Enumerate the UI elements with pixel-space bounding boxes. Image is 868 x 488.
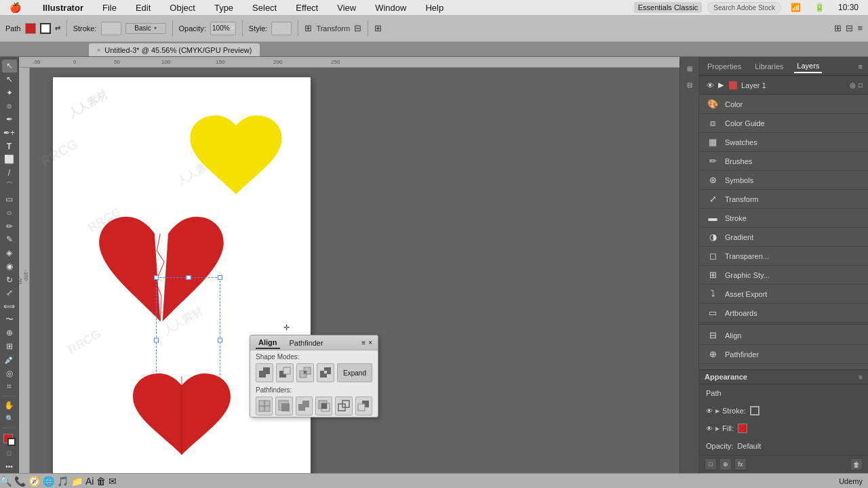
pf-close[interactable]: × [368, 339, 372, 346]
intersect-btn[interactable] [296, 363, 314, 382]
dock-trash[interactable]: 🗑 [96, 476, 106, 487]
transform-panel[interactable]: ⤢ Transform [699, 190, 868, 209]
stroke-style-dropdown[interactable]: Basic ▾ [125, 23, 166, 34]
panels-toggle[interactable]: ⊞ [682, 61, 697, 76]
width-tool[interactable]: ⟺ [2, 300, 17, 313]
panels-toggle2[interactable]: ⊟ [682, 77, 697, 92]
selection-tool[interactable]: ↖ [2, 60, 17, 73]
transparency-panel[interactable]: ◻ Transparen... [699, 247, 868, 266]
exclude-btn[interactable] [317, 363, 334, 382]
align-panel[interactable]: ⊟ Align [699, 326, 868, 345]
trim-btn[interactable] [275, 396, 292, 415]
appearance-fx[interactable]: fx [734, 458, 747, 470]
pathfinder-tab[interactable]: Pathfinder [287, 338, 326, 348]
apple-menu[interactable]: 🍎 [5, 1, 25, 14]
menu-object[interactable]: Object [165, 1, 199, 14]
graphic-style-panel[interactable]: ⊞ Graphic Sty... [699, 266, 868, 285]
menu-effect[interactable]: Effect [292, 1, 322, 14]
outline-btn[interactable] [335, 396, 352, 415]
arrange-icon[interactable]: ⊟ [354, 23, 361, 33]
stroke-icon[interactable] [40, 23, 51, 34]
tab-libraries[interactable]: Libraries [752, 60, 786, 73]
asset-export-panel[interactable]: ⤵ Asset Export [699, 285, 868, 304]
merge-btn[interactable] [296, 396, 313, 415]
minus-front-btn[interactable] [276, 363, 294, 382]
dock-music[interactable]: 🎵 [57, 476, 68, 487]
stroke-indicator[interactable] [7, 438, 16, 446]
appearance-menu[interactable]: ≡ [859, 373, 863, 381]
arrange-icon2[interactable]: ⊞ [834, 23, 842, 33]
menu-illustrator[interactable]: Illustrator [39, 1, 87, 14]
transform-icon[interactable]: Transform [316, 24, 350, 33]
minus-back-btn[interactable] [355, 396, 372, 415]
tab-layers[interactable]: Layers [794, 60, 822, 73]
live-paint-tool[interactable]: ⊞ [2, 340, 17, 353]
hand-tool[interactable]: ✋ [2, 399, 17, 411]
dock-files[interactable]: 📁 [71, 476, 83, 487]
menu-file[interactable]: File [98, 1, 121, 14]
magic-wand-tool[interactable]: ✦ [2, 86, 17, 99]
expand-btn[interactable]: Expand [337, 363, 372, 382]
lasso-tool[interactable]: ⌾ [2, 100, 17, 113]
dock-illustrator[interactable]: Ai [85, 476, 94, 487]
pencil-tool[interactable]: ✎ [2, 233, 17, 246]
swatches-panel[interactable]: ▦ Swatches [699, 133, 868, 152]
menu-select[interactable]: Select [248, 1, 281, 14]
eye-icon[interactable]: 👁 [705, 80, 715, 91]
pf-panel-menu[interactable]: ≡ [361, 339, 366, 346]
workspace-selector[interactable]: Essentials Classic [634, 2, 703, 13]
tab-properties[interactable]: Properties [705, 60, 744, 73]
right-panel-menu[interactable]: ≡ [859, 62, 863, 70]
appearance-duplicate[interactable]: ⊕ [719, 458, 732, 470]
symbols-panel[interactable]: ⊛ Symbols [699, 171, 868, 190]
eye-stroke[interactable]: 👁 [706, 407, 713, 415]
appearance-stroke-row[interactable]: 👁 ▶ Stroke: [699, 402, 868, 420]
fill-swatch-app[interactable] [738, 424, 747, 433]
menu-icon[interactable]: ≡ [857, 23, 863, 33]
dock-mail[interactable]: ✉ [108, 476, 117, 487]
scale-tool[interactable]: ⤢ [2, 287, 17, 300]
paintbrush-tool[interactable]: ✏ [2, 220, 17, 232]
red-small-heart[interactable] [127, 369, 236, 470]
dock-chrome[interactable]: 🌐 [43, 476, 54, 487]
direct-select-tool[interactable]: ↖ [2, 73, 17, 86]
swap-icon[interactable]: ⇄ [55, 24, 60, 32]
menu-help[interactable]: Help [421, 1, 448, 14]
fill-swatch[interactable] [25, 23, 36, 34]
canvas-area[interactable]: -50 0 50 100 150 200 250 -100 -50 0 50 1… [19, 57, 679, 473]
handle-ml[interactable] [154, 338, 159, 342]
blend-tool[interactable]: ◎ [2, 367, 17, 380]
menu-view[interactable]: View [333, 1, 360, 14]
appearance-fill-row[interactable]: 👁 ▶ Fill: [699, 420, 868, 437]
rect-tool[interactable]: ▭ [2, 193, 17, 206]
layer-expand-arrow[interactable]: ▶ [718, 81, 726, 89]
crop-btn[interactable] [315, 396, 332, 415]
screen-mode[interactable]: □ [2, 447, 17, 460]
unite-btn[interactable] [256, 363, 273, 382]
stroke-swatch[interactable] [750, 406, 760, 415]
stroke-value-input[interactable] [101, 22, 121, 35]
eyedropper-tool[interactable]: 💉 [2, 353, 17, 366]
yellow-heart[interactable] [185, 111, 287, 206]
eye-fill[interactable]: 👁 [706, 425, 713, 432]
align-tab[interactable]: Align [256, 337, 280, 349]
divide-btn[interactable] [256, 396, 273, 415]
layer-lock-icon[interactable]: □ [859, 81, 863, 89]
arc-tool[interactable]: ⌒ [2, 180, 17, 192]
color-panel[interactable]: 🎨 Color [699, 95, 868, 114]
slice-tool[interactable]: ⌗ [2, 380, 17, 393]
handle-mr[interactable] [218, 338, 222, 342]
search-stock[interactable]: Search Adobe Stock [707, 2, 781, 14]
zoom-tool[interactable]: 🔍 [2, 412, 17, 425]
gradient-panel[interactable]: ◑ Gradient [699, 228, 868, 247]
eraser-tool[interactable]: ◈ [2, 247, 17, 260]
icon-group2[interactable]: ⊟ [846, 23, 853, 33]
blob-tool[interactable]: ◉ [2, 260, 17, 273]
layer1-row[interactable]: 👁 ▶ Layer 1 ◎ □ [699, 76, 868, 95]
tab-close[interactable]: × [97, 47, 100, 54]
more-tools[interactable]: ••• [2, 460, 17, 473]
style-swatch[interactable] [271, 22, 292, 35]
shape-builder-tool[interactable]: ⊕ [2, 327, 17, 340]
appearance-add-effect[interactable]: □ [705, 458, 717, 470]
dock-contacts[interactable]: 📞 [14, 476, 26, 487]
